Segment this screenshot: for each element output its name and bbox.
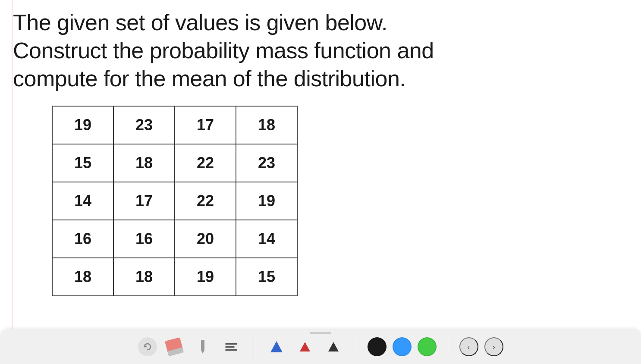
text-dark-icon: [328, 342, 339, 351]
question-line1: The given set of values is given below.: [13, 10, 387, 35]
pen-button[interactable]: [192, 336, 214, 358]
eraser-icon: [164, 337, 183, 356]
text-red-button[interactable]: [294, 336, 316, 358]
table-row: 22: [175, 144, 236, 182]
color-black-circle[interactable]: [368, 337, 386, 356]
table-row: 15: [52, 144, 113, 182]
color-blue-circle[interactable]: [393, 337, 412, 356]
table-row: 17: [175, 106, 236, 144]
table-row: 16: [113, 220, 175, 258]
table-row: 16: [52, 220, 113, 258]
drag-handle: [310, 332, 331, 334]
data-table-wrapper: 1923171815182223141722191616201418181915: [52, 106, 628, 296]
data-table: 1923171815182223141722191616201418181915: [52, 106, 298, 296]
question-line3: compute for the mean of the distribution…: [13, 66, 405, 91]
svg-marker-1: [201, 350, 204, 354]
table-row: 14: [236, 220, 297, 258]
toolbar: ‹ ›: [0, 329, 641, 364]
toolbar-left: [138, 336, 242, 358]
prev-button[interactable]: ‹: [459, 337, 478, 356]
margin-line: [12, 0, 13, 329]
lines-icon: [225, 343, 237, 351]
color-green-circle[interactable]: [418, 337, 437, 356]
svg-rect-0: [201, 340, 204, 350]
text-blue-button[interactable]: [265, 336, 288, 358]
table-row: 14: [52, 182, 113, 220]
question-line2: Construct the probability mass function …: [13, 38, 434, 63]
table-row: 19: [236, 182, 297, 220]
toolbar-divider-3: [448, 336, 448, 358]
next-button[interactable]: ›: [484, 337, 503, 356]
table-row: 23: [113, 106, 175, 144]
table-row: 20: [175, 220, 236, 258]
text-red-icon: [300, 342, 310, 351]
eraser-button[interactable]: [163, 336, 185, 358]
toolbar-text-tools: [265, 336, 345, 358]
toolbar-divider-1: [254, 336, 254, 358]
table-row: 23: [236, 144, 297, 182]
table-row: 19: [52, 106, 113, 144]
lines-button[interactable]: [220, 336, 242, 358]
table-row: 17: [113, 182, 175, 220]
toolbar-colors: [368, 337, 437, 356]
table-row: 18: [113, 144, 175, 182]
table-row: 22: [175, 182, 236, 220]
table-row: 18: [52, 258, 113, 296]
table-row: 15: [236, 258, 297, 296]
main-content: The given set of values is given below. …: [0, 0, 641, 336]
toolbar-nav: ‹ ›: [459, 337, 503, 356]
question-text: The given set of values is given below. …: [13, 9, 628, 93]
pen-icon: [197, 339, 209, 355]
text-dark-button[interactable]: [322, 336, 345, 358]
table-row: 18: [113, 258, 175, 296]
undo-button[interactable]: [138, 337, 157, 356]
table-row: 18: [236, 106, 297, 144]
text-blue-icon: [270, 341, 283, 352]
toolbar-divider-2: [356, 336, 356, 358]
table-row: 19: [175, 258, 236, 296]
